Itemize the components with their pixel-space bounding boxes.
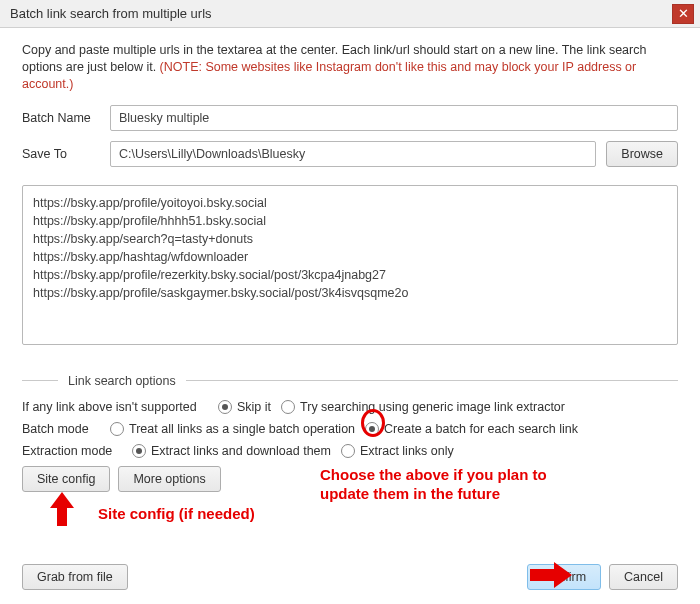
window-title: Batch link search from multiple urls [10, 6, 672, 21]
annotation-site-config-hint: Site config (if needed) [98, 505, 255, 524]
save-to-input[interactable] [110, 141, 596, 167]
radio-generic-extractor[interactable]: Try searching using generic image link e… [281, 400, 565, 414]
radio-extract-only[interactable]: Extract links only [341, 444, 454, 458]
batch-name-label: Batch Name [22, 111, 100, 125]
content-area: Copy and paste multiple urls in the text… [0, 28, 700, 502]
unsupported-label: If any link above isn't supported [22, 400, 208, 414]
radio-label: Extract links only [360, 444, 454, 458]
confirm-button[interactable]: Confirm [527, 564, 601, 590]
options-header: Link search options [22, 374, 678, 388]
divider-line [186, 380, 678, 381]
site-config-button[interactable]: Site config [22, 466, 110, 492]
extraction-mode-row: Extraction mode Extract links and downlo… [22, 444, 678, 458]
title-bar: Batch link search from multiple urls ✕ [0, 0, 700, 28]
more-options-button[interactable]: More options [118, 466, 220, 492]
batch-name-input[interactable] [110, 105, 678, 131]
batch-name-row: Batch Name [22, 105, 678, 131]
radio-single-batch[interactable]: Treat all links as a single batch operat… [110, 422, 355, 436]
options-buttons: Site config More options [22, 466, 678, 492]
batch-mode-row: Batch mode Treat all links as a single b… [22, 422, 678, 436]
link-search-options: Link search options If any link above is… [22, 374, 678, 492]
intro-text: Copy and paste multiple urls in the text… [22, 42, 678, 93]
radio-skip-it[interactable]: Skip it [218, 400, 271, 414]
unsupported-row: If any link above isn't supported Skip i… [22, 400, 678, 414]
close-icon: ✕ [678, 7, 689, 20]
batch-mode-label: Batch mode [22, 422, 100, 436]
save-to-label: Save To [22, 147, 100, 161]
extraction-mode-label: Extraction mode [22, 444, 122, 458]
radio-batch-each[interactable]: Create a batch for each search link [365, 422, 578, 436]
browse-button[interactable]: Browse [606, 141, 678, 167]
radio-label: Create a batch for each search link [384, 422, 578, 436]
radio-icon [110, 422, 124, 436]
grab-from-file-button[interactable]: Grab from file [22, 564, 128, 590]
radio-label: Treat all links as a single batch operat… [129, 422, 355, 436]
radio-icon [365, 422, 379, 436]
urls-textarea[interactable]: https://bsky.app/profile/yoitoyoi.bsky.s… [22, 185, 678, 345]
radio-label: Extract links and download them [151, 444, 331, 458]
footer: Grab from file Confirm Cancel [22, 564, 678, 590]
save-to-row: Save To Browse [22, 141, 678, 167]
radio-extract-download[interactable]: Extract links and download them [132, 444, 331, 458]
radio-label: Try searching using generic image link e… [300, 400, 565, 414]
radio-label: Skip it [237, 400, 271, 414]
footer-right: Confirm Cancel [527, 564, 678, 590]
radio-icon [218, 400, 232, 414]
radio-icon [132, 444, 146, 458]
divider-line [22, 380, 58, 381]
cancel-button[interactable]: Cancel [609, 564, 678, 590]
options-title: Link search options [68, 374, 176, 388]
radio-icon [281, 400, 295, 414]
radio-icon [341, 444, 355, 458]
close-button[interactable]: ✕ [672, 4, 694, 24]
